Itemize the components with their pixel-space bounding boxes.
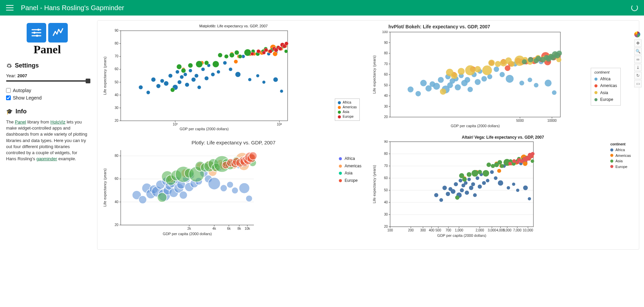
- svg-point-108: [278, 47, 282, 51]
- show-legend-checkbox[interactable]: Show Legend: [6, 95, 88, 101]
- svg-point-432: [455, 195, 460, 200]
- svg-point-76: [273, 52, 277, 56]
- svg-point-195: [495, 61, 501, 67]
- matplotlib-plot[interactable]: 203040506070809010³10⁴GDP per capita (20…: [102, 29, 291, 132]
- svg-point-442: [497, 160, 502, 165]
- svg-point-383: [439, 198, 443, 202]
- hvplot-legend[interactable]: continentAfricaAmericasAsiaEurope: [591, 68, 621, 106]
- svg-point-192: [474, 66, 481, 73]
- year-slider[interactable]: [6, 80, 88, 82]
- reset-tool-icon[interactable]: ↻: [634, 72, 642, 79]
- svg-text:GDP per capita (2000 dollars): GDP per capita (2000 dollars): [180, 127, 229, 131]
- svg-point-84: [204, 61, 209, 65]
- hvplot-plot[interactable]: 2030405060708090100500010000GDP per capi…: [372, 31, 567, 129]
- bokeh-logo-icon[interactable]: [634, 31, 640, 37]
- svg-point-191: [465, 65, 475, 76]
- svg-point-160: [500, 72, 505, 77]
- svg-point-43: [191, 77, 196, 82]
- sidebar: Panel Settings Year: 2007 Autoplay Show …: [0, 16, 94, 254]
- svg-text:80: 80: [115, 41, 119, 45]
- svg-rect-6: [121, 31, 288, 121]
- svg-point-390: [459, 179, 462, 183]
- svg-point-79: [170, 88, 175, 92]
- svg-point-439: [487, 163, 491, 167]
- svg-point-409: [512, 183, 516, 186]
- svg-text:60: 60: [384, 73, 388, 76]
- panel-logo-icon: [6, 23, 88, 43]
- svg-point-81: [181, 68, 186, 73]
- svg-text:10k: 10k: [244, 227, 250, 230]
- svg-point-90: [238, 54, 242, 58]
- svg-point-187: [440, 88, 446, 94]
- svg-point-452: [531, 159, 534, 163]
- svg-point-111: [285, 42, 288, 46]
- svg-point-66: [234, 60, 238, 64]
- hover-tool-icon[interactable]: ▭: [634, 80, 642, 87]
- svg-point-163: [519, 81, 524, 85]
- zoom-tool-icon[interactable]: 🔍: [634, 48, 642, 55]
- svg-point-40: [183, 73, 187, 76]
- svg-point-262: [179, 191, 187, 199]
- svg-text:60: 60: [384, 176, 388, 180]
- main-content: Matplotlib: Life expectancy vs. GDP, 200…: [94, 16, 644, 254]
- altair-plot[interactable]: 20304050607080901002003004005007001,0002…: [372, 140, 560, 238]
- svg-point-403: [486, 179, 489, 182]
- autoplay-checkbox-input[interactable]: [6, 88, 11, 93]
- gapminder-link[interactable]: gapminder: [36, 156, 57, 161]
- svg-point-83: [196, 61, 203, 67]
- panel-link[interactable]: Panel: [15, 119, 26, 124]
- svg-text:5000: 5000: [516, 119, 524, 122]
- svg-point-387: [451, 189, 456, 194]
- svg-point-33: [160, 79, 164, 83]
- save-tool-icon[interactable]: ⤓: [634, 64, 642, 71]
- svg-point-408: [507, 186, 510, 190]
- holoviz-link[interactable]: HoloViz: [51, 119, 66, 124]
- svg-point-86: [218, 53, 222, 57]
- svg-point-399: [476, 176, 479, 180]
- svg-point-453: [508, 162, 512, 165]
- svg-point-273: [227, 182, 233, 188]
- plotly-legend[interactable]: AfricaAmericasAsiaEurope: [339, 155, 361, 184]
- svg-text:400: 400: [429, 228, 435, 232]
- svg-point-165: [534, 83, 538, 88]
- svg-point-104: [268, 49, 272, 53]
- svg-point-153: [468, 87, 473, 92]
- svg-point-419: [497, 169, 501, 173]
- svg-point-35: [168, 74, 172, 78]
- svg-point-57: [262, 81, 266, 84]
- svg-point-437: [477, 170, 482, 174]
- show-legend-checkbox-input[interactable]: [6, 95, 11, 100]
- svg-rect-337: [390, 142, 533, 227]
- svg-point-53: [235, 72, 241, 77]
- svg-point-164: [528, 78, 532, 82]
- svg-point-391: [460, 188, 464, 192]
- svg-text:Life expectancy (years): Life expectancy (years): [103, 168, 107, 207]
- svg-point-410: [516, 189, 520, 192]
- svg-point-47: [204, 76, 208, 80]
- svg-text:80: 80: [115, 154, 119, 158]
- link-tool-icon[interactable]: ∞: [634, 56, 642, 63]
- svg-text:5,000: 5,000: [503, 228, 511, 232]
- year-slider-label: Year: 2007: [6, 73, 88, 78]
- svg-point-193: [482, 65, 492, 75]
- svg-point-296: [157, 193, 167, 202]
- svg-point-406: [498, 180, 503, 186]
- pan-tool-icon[interactable]: ✥: [634, 39, 642, 47]
- autoplay-checkbox[interactable]: Autoplay: [6, 88, 88, 93]
- hamburger-icon[interactable]: [6, 5, 13, 10]
- svg-text:20: 20: [115, 223, 119, 227]
- svg-text:70: 70: [115, 54, 119, 58]
- svg-text:200: 200: [408, 228, 414, 232]
- svg-text:7,000: 7,000: [513, 228, 522, 232]
- svg-point-39: [180, 75, 183, 79]
- slider-thumb-icon[interactable]: [86, 79, 90, 83]
- svg-point-436: [472, 170, 478, 177]
- svg-point-152: [465, 77, 470, 83]
- svg-text:60: 60: [115, 177, 119, 180]
- altair-legend[interactable]: continentAfricaAmericasAsiaEurope: [610, 142, 631, 169]
- plotly-plot[interactable]: 204060802k4k6k8k10kGDP per capita (2000 …: [102, 149, 291, 236]
- svg-point-55: [248, 78, 252, 81]
- svg-point-61: [280, 89, 283, 93]
- svg-point-46: [201, 67, 205, 71]
- svg-text:10000: 10000: [547, 119, 557, 122]
